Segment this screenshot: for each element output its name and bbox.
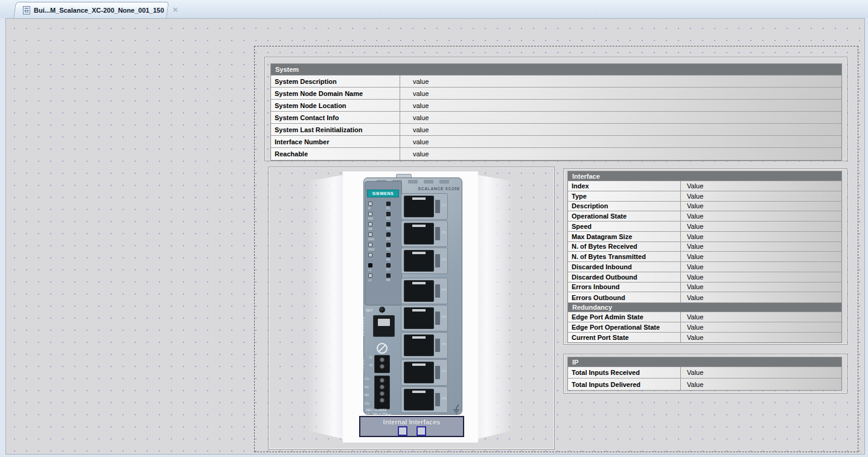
row-label: Total Inputs Received (568, 367, 681, 378)
power-terminal-labels: L1+M1M2L2+ (365, 377, 369, 409)
ip-panel: IP Total Inputs Received Value Total Inp… (563, 354, 847, 394)
port-contacts (412, 197, 426, 200)
row-value: Value (681, 181, 841, 191)
fault-terminal-labels: F1F2 (369, 356, 372, 372)
port-led-row: P1 (386, 202, 401, 212)
row-label: Edge Port Admin State (568, 312, 681, 322)
row-value: Value (681, 262, 841, 272)
internal-interface-button-2[interactable] (416, 426, 426, 436)
row-value: Value (681, 242, 841, 252)
power-terminal-block (374, 376, 390, 409)
port-contacts (412, 252, 426, 254)
port-number-label: P4 (442, 288, 446, 292)
document-tab[interactable]: Bui...M_Scalance_XC-200_None_001_150 ✕ (14, 2, 168, 18)
port-led (386, 202, 391, 206)
ethernet-port: P6 (401, 332, 448, 359)
ethernet-port: P2 (401, 220, 448, 247)
power-rating-text: NEC CLASS2 12.. 24V 0.35A ⎓ (366, 408, 391, 416)
redundancy-table-rows: Edge Port Admin State Value Edge Port Op… (568, 312, 841, 342)
port-led (386, 212, 391, 216)
row-label: System Contact Info (271, 112, 400, 123)
interface-panel: Interface Index Value Type Value Descrip… (563, 168, 847, 345)
terminal-screw (380, 385, 385, 389)
port-latch (435, 284, 440, 298)
row-label: Description (568, 202, 681, 211)
row-label: N. of Bytes Transmitted (568, 252, 681, 261)
port-latch (435, 200, 440, 213)
table-row: Speed Value (568, 222, 841, 232)
row-value: Value (681, 312, 841, 322)
row-label: Errors Inbound (568, 283, 681, 292)
row-value: Value (681, 222, 841, 231)
table-row: Edge Port Admin State Value (568, 312, 841, 322)
row-label: Reachable (271, 148, 400, 160)
status-led (368, 253, 372, 257)
table-row: Interface Number value (271, 136, 841, 148)
terminal-screw (380, 391, 385, 396)
status-led-row: DM1 (368, 232, 383, 243)
status-led-row: DM2 (368, 243, 383, 253)
internal-interface-button-1[interactable] (398, 426, 407, 436)
table-row: N. of Bytes Received Value (568, 242, 841, 252)
port-led-label: P1 (386, 206, 390, 210)
table-row: System Last Reinitialization value (271, 124, 841, 136)
row-value: value (400, 136, 841, 147)
set-button (379, 307, 385, 313)
row-value: Value (681, 191, 841, 201)
fault-terminal-block (374, 355, 390, 373)
console-jack (378, 319, 390, 326)
device-panel: SIEMENS SCALANCE XC208 R RM (268, 167, 555, 450)
row-value: Value (681, 211, 841, 221)
port-contacts (412, 391, 426, 393)
row-value: Value (681, 379, 841, 390)
row-label: Speed (568, 222, 681, 231)
terminal-label: M1 (365, 385, 369, 394)
console-label: CONSOLE (361, 316, 365, 336)
port-led-label: P8 (386, 278, 390, 282)
status-led-row (368, 253, 383, 263)
tab-close-icon[interactable]: ✕ (173, 6, 178, 14)
status-led-row: SB (368, 222, 383, 232)
status-led (368, 212, 372, 216)
table-row: System Contact Info value (271, 112, 841, 124)
row-value: value (400, 100, 841, 111)
port-contacts (412, 336, 426, 339)
port-number-label: P2 (442, 231, 446, 234)
port-led (386, 222, 391, 226)
right-perspective-wing (478, 175, 513, 439)
row-label: Errors Outbound (568, 292, 681, 302)
table-row: Current Port State Value (568, 333, 841, 343)
table-row: Type Value (568, 191, 841, 202)
port-number-label: P1 (442, 203, 446, 207)
row-value: value (400, 148, 841, 160)
row-label: Discarded Inbound (568, 262, 681, 272)
row-value: Value (681, 252, 841, 261)
editor-canvas[interactable]: System System Description value System N… (5, 18, 865, 455)
port-latch (435, 366, 440, 379)
row-label: Current Port State (568, 333, 681, 343)
tab-bar: Bui...M_Scalance_XC-200_None_001_150 ✕ (0, 0, 868, 18)
terminal-screw (380, 357, 385, 362)
internal-interfaces-title: Internal Interfaces (360, 418, 463, 426)
interface-table: Interface Index Value Type Value Descrip… (567, 171, 842, 343)
port-contacts (412, 363, 426, 366)
row-value: Value (681, 292, 841, 302)
port-number-label: P6 (442, 342, 446, 346)
system-table-header: System (271, 64, 841, 75)
row-value: Value (681, 272, 841, 282)
status-led-label: R (368, 206, 371, 210)
port-contacts (412, 282, 426, 284)
port-number-label: P3 (442, 258, 446, 261)
terminal-screw (380, 398, 385, 403)
port-led-label: P2 (386, 217, 390, 220)
prohibition-icon (377, 343, 388, 354)
port-led-row: P4 (386, 232, 401, 243)
row-label: System Last Reinitialization (271, 124, 400, 135)
row-value: Value (681, 283, 841, 292)
table-row: System Description value (271, 75, 841, 88)
ip-table: IP Total Inputs Received Value Total Inp… (567, 357, 842, 391)
table-row: Discarded Outbound Value (568, 272, 841, 283)
ip-table-header: IP (568, 357, 841, 367)
table-row: System Node Location value (271, 100, 841, 112)
table-row: Reachable value (271, 148, 841, 160)
